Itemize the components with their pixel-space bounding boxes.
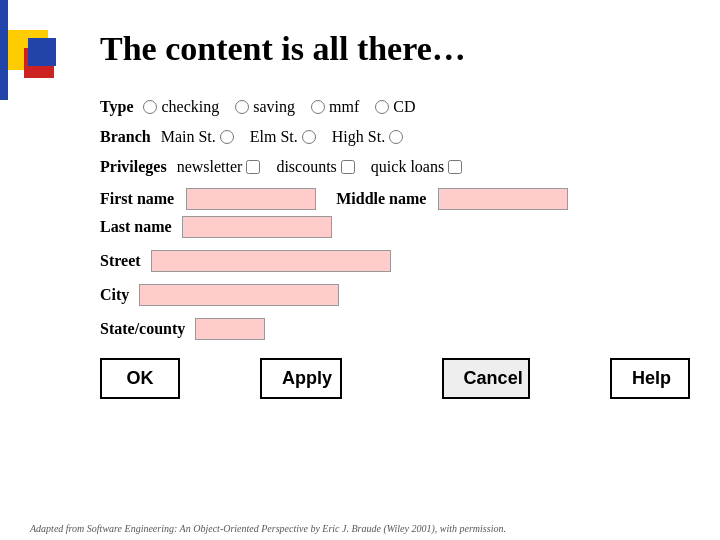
ok-button[interactable]: OK [100, 358, 180, 399]
branch-elmst-item[interactable]: Elm St. [250, 128, 316, 146]
type-checking-label: checking [161, 98, 219, 116]
firstname-input[interactable] [186, 188, 316, 210]
branch-label: Branch [100, 128, 151, 146]
type-checking-radio[interactable] [143, 100, 157, 114]
page-title: The content is all there… [100, 30, 690, 68]
privileges-checkbox-group: newsletter discounts quick loans [177, 158, 463, 176]
type-saving-radio[interactable] [235, 100, 249, 114]
street-input[interactable] [151, 250, 391, 272]
apply-button[interactable]: Apply [260, 358, 342, 399]
state-input[interactable] [195, 318, 265, 340]
footer-text: Adapted from Software Engineering: An Ob… [30, 523, 506, 534]
priv-quickloans-item[interactable]: quick loans [371, 158, 462, 176]
branch-highst-item[interactable]: High St. [332, 128, 403, 146]
type-cd-label: CD [393, 98, 415, 116]
type-mmf-label: mmf [329, 98, 359, 116]
priv-newsletter-item[interactable]: newsletter [177, 158, 261, 176]
city-label: City [100, 286, 129, 304]
priv-newsletter-label: newsletter [177, 158, 243, 176]
branch-mainst-label: Main St. [161, 128, 216, 146]
type-cd-radio[interactable] [375, 100, 389, 114]
type-mmf-item[interactable]: mmf [311, 98, 359, 116]
firstname-label: First name [100, 190, 174, 208]
branch-elmst-radio[interactable] [302, 130, 316, 144]
type-saving-item[interactable]: saving [235, 98, 295, 116]
street-row: Street [100, 250, 690, 272]
branch-mainst-item[interactable]: Main St. [161, 128, 234, 146]
lastname-input[interactable] [182, 216, 332, 238]
middlename-pair: Middle name [336, 188, 568, 210]
priv-quickloans-checkbox[interactable] [448, 160, 462, 174]
state-row: State/county [100, 318, 690, 340]
branch-highst-radio[interactable] [389, 130, 403, 144]
branch-row: Branch Main St. Elm St. High St. [100, 128, 690, 146]
branch-mainst-radio[interactable] [220, 130, 234, 144]
priv-newsletter-checkbox[interactable] [246, 160, 260, 174]
middlename-input[interactable] [438, 188, 568, 210]
privileges-label: Privileges [100, 158, 167, 176]
accent-blue [28, 38, 56, 66]
slide-container: The content is all there… Type checking … [0, 0, 720, 540]
accent-bar [0, 0, 8, 100]
street-label: Street [100, 252, 141, 270]
privileges-row: Privileges newsletter discounts quick lo… [100, 158, 690, 176]
type-saving-label: saving [253, 98, 295, 116]
branch-highst-label: High St. [332, 128, 385, 146]
branch-elmst-label: Elm St. [250, 128, 298, 146]
cancel-button[interactable]: Cancel [442, 358, 530, 399]
type-mmf-radio[interactable] [311, 100, 325, 114]
priv-quickloans-label: quick loans [371, 158, 444, 176]
type-row: Type checking saving mmf CD [100, 98, 690, 116]
type-cd-item[interactable]: CD [375, 98, 415, 116]
branch-radio-group: Main St. Elm St. High St. [161, 128, 403, 146]
city-row: City [100, 284, 690, 306]
firstname-pair: First name [100, 188, 316, 210]
help-button[interactable]: Help [610, 358, 690, 399]
state-label: State/county [100, 320, 185, 338]
name-row: First name Middle name [100, 188, 690, 210]
priv-discounts-item[interactable]: discounts [276, 158, 354, 176]
priv-discounts-checkbox[interactable] [341, 160, 355, 174]
middlename-label: Middle name [336, 190, 426, 208]
lastname-row: Last name [100, 216, 690, 238]
buttons-row: OK Apply Cancel Help [100, 358, 690, 399]
type-label: Type [100, 98, 133, 116]
type-checking-item[interactable]: checking [143, 98, 219, 116]
type-radio-group: checking saving mmf CD [143, 98, 415, 116]
city-input[interactable] [139, 284, 339, 306]
priv-discounts-label: discounts [276, 158, 336, 176]
content-area: Type checking saving mmf CD [100, 98, 690, 399]
lastname-label: Last name [100, 218, 172, 236]
